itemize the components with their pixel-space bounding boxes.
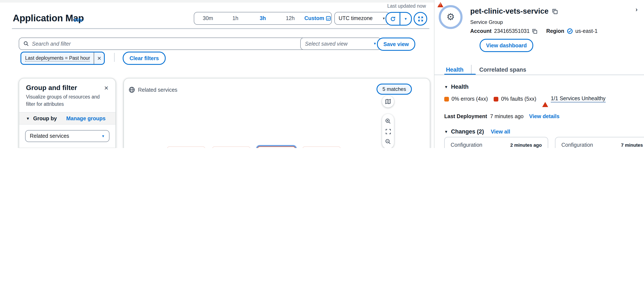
group-by-label: Group by bbox=[33, 116, 57, 121]
time-range-12h[interactable]: 12h bbox=[276, 15, 304, 21]
map-zoom-controls bbox=[382, 114, 394, 148]
service-avatar: ⚙ bbox=[439, 5, 462, 29]
warning-triangle-icon bbox=[542, 96, 548, 102]
service-cards-grid: ⚙▶FulfillmentAPIApplication▲SLI breachRe… bbox=[167, 146, 341, 148]
refresh-icon bbox=[390, 16, 396, 22]
caret-down-icon: ▼ bbox=[444, 129, 448, 134]
change-card[interactable]: Configuration 7 minutes ago ecs-pet-clin… bbox=[555, 137, 644, 148]
time-range-control: 30m 1h 3h 12h Custom bbox=[194, 12, 332, 25]
faults-stat: 0% faults (5xx) bbox=[494, 96, 536, 102]
header-divider bbox=[12, 28, 429, 29]
filter-token: Last deployments = Past hour ✕ bbox=[20, 52, 105, 65]
faults-label: 0% faults (5xx) bbox=[501, 96, 536, 102]
fit-to-screen-button[interactable] bbox=[385, 129, 391, 134]
save-view-button[interactable]: Save view bbox=[377, 38, 415, 51]
region-value: us-east-1 bbox=[576, 28, 598, 34]
service-name: pet-clinic-vets-service bbox=[470, 7, 548, 16]
timezone-value: UTC timezone bbox=[338, 15, 373, 21]
filter-token-label: Last deployments = Past hour bbox=[21, 52, 94, 64]
time-range-3h[interactable]: 3h bbox=[249, 15, 277, 21]
calendar-icon bbox=[326, 16, 331, 21]
caret-down-icon: ▼ bbox=[444, 85, 448, 89]
panel-description: Visualize groups of resources and filter… bbox=[19, 93, 116, 112]
tab-correlated-spans[interactable]: Correlated spans bbox=[478, 66, 528, 73]
check-circle-icon bbox=[567, 28, 573, 34]
changes-section-label: Changes (2) bbox=[451, 128, 484, 135]
chevron-down-icon: ▼ bbox=[101, 134, 105, 138]
time-range-custom[interactable]: Custom bbox=[304, 15, 331, 21]
service-type: Service Group bbox=[470, 19, 503, 25]
last-updated-text: Last updated now bbox=[387, 4, 426, 9]
chevron-down-icon: ▼ bbox=[382, 17, 386, 20]
fullscreen-button[interactable] bbox=[414, 12, 427, 26]
health-summary-row: 0% errors (4xx) 0% faults (5xx) 1/1 Serv… bbox=[444, 96, 606, 102]
caret-down-icon: ▼ bbox=[26, 116, 30, 121]
view-details-link[interactable]: View details bbox=[529, 113, 560, 119]
change-time: 2 minutes ago bbox=[510, 142, 542, 147]
changes-section-header: ▼ Changes (2) View all bbox=[444, 128, 510, 135]
service-title: pet-clinic-vets-service bbox=[470, 7, 558, 16]
filter-header: Filter Clear filters bbox=[19, 148, 116, 148]
chevron-down-icon: ▼ bbox=[404, 17, 408, 21]
close-icon[interactable]: ✕ bbox=[104, 85, 108, 91]
changes-header[interactable]: ▼ Changes (2) bbox=[444, 128, 484, 135]
search-icon bbox=[24, 41, 29, 47]
group-by-select[interactable]: Related services ▼ bbox=[25, 130, 110, 142]
matches-badge[interactable]: 5 matches bbox=[376, 84, 412, 95]
application-map-page: Last updated now Application Map Info 30… bbox=[0, 0, 644, 148]
errors-stat: 0% errors (4xx) bbox=[444, 96, 488, 102]
remove-token-button[interactable]: ✕ bbox=[94, 52, 104, 64]
refresh-options-button[interactable]: ▼ bbox=[400, 13, 411, 25]
panel-divider bbox=[434, 0, 434, 148]
refresh-button[interactable] bbox=[386, 13, 400, 25]
timezone-select[interactable]: UTC timezone ▼ bbox=[334, 12, 390, 25]
zoom-out-button[interactable] bbox=[385, 139, 391, 144]
map-title: Related services bbox=[129, 87, 178, 93]
page-title: Application Map bbox=[13, 13, 84, 24]
account-label: Account bbox=[470, 28, 492, 34]
search-input[interactable]: Search and filter bbox=[19, 38, 306, 50]
map-layers-button[interactable] bbox=[382, 96, 394, 107]
custom-label: Custom bbox=[304, 15, 324, 21]
refresh-button-group: ▼ bbox=[386, 12, 412, 26]
service-card-logisticsapi[interactable]: ⚙▶LogisticsAPIApplication▲SLI breachRequ… bbox=[212, 146, 250, 148]
service-meta: Account 234165351031 Region us-east-1 bbox=[470, 28, 598, 34]
info-link[interactable]: Info bbox=[74, 18, 83, 23]
expand-arrows-icon bbox=[418, 16, 423, 22]
errors-color-swatch bbox=[444, 97, 449, 101]
view-dashboard-button[interactable]: View dashboard bbox=[480, 39, 533, 52]
unhealthy-link[interactable]: 1/1 Services Unhealthy bbox=[551, 96, 606, 102]
collapse-panel-chevron[interactable]: › bbox=[636, 6, 638, 13]
copy-icon[interactable] bbox=[532, 28, 538, 34]
view-all-link[interactable]: View all bbox=[491, 129, 510, 134]
service-card-pet-clinic-frontend-java[interactable]: ⚙▶pet-clinic-frontend-javaApplication▲SL… bbox=[302, 146, 341, 148]
panel-title: Group and filter bbox=[26, 84, 77, 92]
group-by-header[interactable]: ▼ Group by Manage groups bbox=[19, 112, 116, 125]
alert-triangle-icon bbox=[438, 2, 444, 7]
map-icon bbox=[385, 98, 391, 104]
account-value: 234165351031 bbox=[494, 28, 530, 34]
zoom-in-button[interactable] bbox=[385, 118, 391, 124]
clear-filters-button[interactable]: Clear filters bbox=[123, 52, 166, 65]
last-deployment-label: Last Deployment bbox=[444, 113, 487, 119]
map-title-label: Related services bbox=[138, 87, 178, 93]
faults-color-swatch bbox=[494, 97, 498, 101]
unhealthy-stat[interactable]: 1/1 Services Unhealthy bbox=[542, 96, 606, 102]
chevron-down-icon: ▼ bbox=[373, 42, 376, 46]
service-card-pet-clinic-vets-service[interactable]: ⚙▶pet-clinic-vets-serviceApplication▲SLI… bbox=[257, 146, 296, 148]
tabs-bottom-border bbox=[434, 75, 644, 75]
errors-label: 0% errors (4xx) bbox=[452, 96, 488, 102]
manage-groups-link[interactable]: Manage groups bbox=[66, 116, 106, 121]
health-section-header[interactable]: ▼ Health bbox=[444, 84, 468, 90]
tab-health[interactable]: Health bbox=[444, 66, 465, 73]
copy-icon[interactable] bbox=[552, 8, 558, 14]
saved-view-placeholder: Select saved view bbox=[305, 41, 348, 47]
group-and-filter-panel: Group and filter ✕ Visualize groups of r… bbox=[19, 78, 116, 148]
change-card[interactable]: Configuration 2 minutes ago ecs-pet-clin… bbox=[444, 137, 548, 148]
saved-view-select[interactable]: Select saved view ▼ bbox=[300, 38, 381, 50]
top-strip bbox=[0, 0, 434, 3]
time-range-1h[interactable]: 1h bbox=[222, 15, 249, 21]
detail-tabs: Health Correlated spans bbox=[444, 64, 528, 75]
service-card-fulfillmentapi[interactable]: ⚙▶FulfillmentAPIApplication▲SLI breachRe… bbox=[167, 146, 205, 148]
time-range-30m[interactable]: 30m bbox=[194, 15, 222, 21]
